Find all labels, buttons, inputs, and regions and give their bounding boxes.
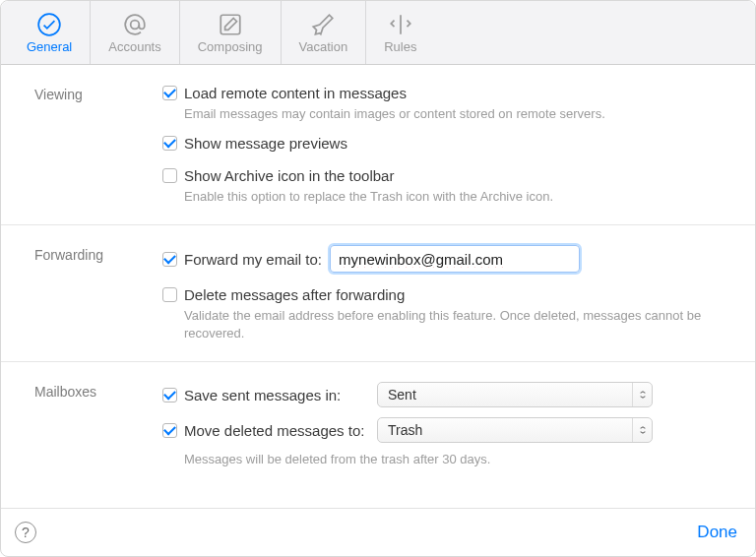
rules-icon: [388, 12, 413, 37]
section-heading-mailboxes: Mailboxes: [34, 382, 162, 468]
checkbox-icon: [162, 86, 177, 100]
chevron-updown-icon: [632, 418, 652, 442]
done-button[interactable]: Done: [697, 523, 737, 542]
move-deleted-checkbox[interactable]: Move deleted messages to:: [162, 422, 369, 439]
tab-accounts[interactable]: Accounts: [91, 1, 179, 64]
footer: ? Done: [1, 508, 755, 556]
save-sent-value: Sent: [388, 387, 416, 402]
load-remote-checkbox[interactable]: Load remote content in messages: [162, 85, 407, 101]
tab-general-label: General: [27, 39, 72, 54]
checkbox-icon: [162, 168, 177, 183]
toolbar: General Accounts Composing Vacation Rule…: [1, 1, 755, 65]
section-heading-viewing: Viewing: [34, 85, 162, 205]
move-deleted-value: Trash: [388, 422, 422, 438]
tab-vacation[interactable]: Vacation: [282, 1, 367, 64]
section-mailboxes: Mailboxes Save sent messages in: Sent: [1, 362, 755, 488]
tab-vacation-label: Vacation: [299, 39, 348, 54]
forward-checkbox[interactable]: Forward my email to:: [162, 251, 322, 268]
checkbox-icon: [162, 252, 177, 267]
delete-after-forward-checkbox[interactable]: Delete messages after forwarding: [162, 286, 405, 303]
tab-rules-label: Rules: [384, 39, 416, 54]
save-sent-label: Save sent messages in:: [184, 387, 341, 403]
tab-composing[interactable]: Composing: [180, 1, 282, 64]
checkmark-circle-icon: [36, 12, 62, 37]
tab-composing-label: Composing: [198, 39, 263, 54]
svg-rect-2: [220, 15, 240, 34]
help-button[interactable]: ?: [15, 522, 36, 543]
preferences-window: General Accounts Composing Vacation Rule…: [0, 0, 756, 557]
tab-rules[interactable]: Rules: [366, 1, 434, 64]
save-sent-select[interactable]: Sent: [377, 382, 653, 407]
show-archive-help: Enable this option to replace the Trash …: [184, 188, 725, 206]
help-icon: ?: [22, 525, 30, 540]
show-previews-checkbox[interactable]: Show message previews: [162, 135, 347, 152]
content-area: Viewing Load remote content in messages …: [1, 65, 755, 508]
svg-point-1: [131, 20, 140, 29]
move-deleted-label: Move deleted messages to:: [184, 422, 364, 439]
section-viewing: Viewing Load remote content in messages …: [1, 65, 755, 225]
svg-point-0: [38, 14, 60, 35]
tab-general[interactable]: General: [9, 1, 91, 64]
load-remote-help: Email messages may contain images or con…: [184, 105, 725, 123]
load-remote-label: Load remote content in messages: [184, 85, 407, 101]
forward-email-input[interactable]: [330, 245, 580, 273]
compose-icon: [218, 12, 243, 37]
forward-label: Forward my email to:: [184, 251, 322, 268]
save-sent-checkbox[interactable]: Save sent messages in:: [162, 387, 369, 403]
airplane-icon: [310, 12, 336, 37]
delete-after-forward-label: Delete messages after forwarding: [184, 286, 405, 303]
checkbox-icon: [162, 136, 177, 151]
show-previews-label: Show message previews: [184, 135, 347, 152]
section-forwarding: Forwarding Forward my email to: Delete m…: [1, 225, 755, 362]
checkbox-icon: [162, 423, 177, 438]
section-heading-forwarding: Forwarding: [34, 245, 162, 341]
move-deleted-select[interactable]: Trash: [377, 417, 653, 443]
mailboxes-help: Messages will be deleted from the trash …: [184, 451, 725, 468]
show-archive-label: Show Archive icon in the toolbar: [184, 167, 394, 184]
checkbox-icon: [162, 287, 177, 302]
forwarding-help: Validate the email address before enabli…: [184, 307, 725, 341]
done-label: Done: [697, 523, 737, 541]
tab-accounts-label: Accounts: [108, 39, 160, 54]
checkbox-icon: [162, 388, 177, 402]
show-archive-checkbox[interactable]: Show Archive icon in the toolbar: [162, 167, 394, 184]
chevron-updown-icon: [632, 383, 652, 406]
at-sign-icon: [122, 12, 148, 37]
